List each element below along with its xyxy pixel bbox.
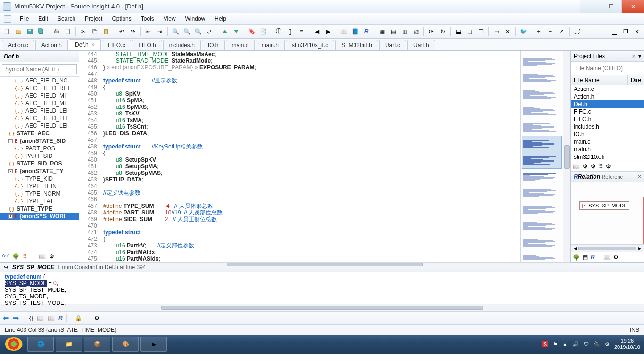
search-icon[interactable]: 🔍 [170, 26, 181, 37]
book-open-icon[interactable]: 📖 [339, 26, 349, 37]
nav-back-btn[interactable]: ⬅ [3, 313, 9, 322]
symbol-item[interactable]: {.}AEC_FIELD_MI [0, 92, 79, 99]
paste-icon[interactable] [101, 26, 111, 37]
tab-FIFO-c[interactable]: FIFO.c [102, 40, 132, 50]
nav-gear-icon[interactable]: ⚙ [94, 315, 99, 321]
new-file-icon[interactable] [2, 26, 12, 37]
close-all-icon[interactable]: ✕ [503, 26, 513, 37]
relation-node[interactable]: {•} SYS_SP_MODE [579, 201, 629, 210]
tab-IO-h[interactable]: IO.h [202, 40, 225, 50]
rel-book-icon[interactable]: 📖 [603, 254, 611, 261]
zoom-out-icon[interactable]: － [545, 26, 555, 37]
code-editor[interactable]: 444:445:446:447:448:449:450:451:452:453:… [79, 51, 570, 262]
minimize-button[interactable]: — [580, 0, 601, 13]
project-files-dropdown-icon[interactable]: ▾ [638, 53, 641, 59]
symbol-item[interactable]: {.}PART_SID [0, 152, 79, 160]
tray-net-icon[interactable]: ⚑ [553, 341, 558, 347]
tab-close-icon[interactable]: × [91, 41, 95, 48]
bookmark-list-icon[interactable]: 📑 [258, 26, 268, 37]
pf-gear2-icon[interactable]: ⚙ [591, 163, 596, 170]
rel-r-icon[interactable]: R [591, 254, 595, 261]
search-files-icon[interactable]: 🔍 [193, 26, 203, 37]
symbol-item[interactable]: {.}AEC_FIELD_LEI [0, 115, 79, 122]
print-icon[interactable] [51, 26, 62, 37]
editor-horizontal-scrollbar[interactable] [79, 262, 570, 266]
tray-up-icon[interactable]: ▲ [562, 341, 568, 347]
panel-4-icon[interactable]: ▧ [411, 26, 421, 37]
symbol-item[interactable]: {.}PART_POS [0, 145, 79, 152]
nav-book1-icon[interactable]: 📖 [37, 315, 44, 321]
project-file-row[interactable]: IO.h [571, 131, 644, 138]
mdi-min-icon[interactable]: ▁ [609, 26, 619, 37]
tray-misc-icon[interactable]: ⚙ [605, 341, 610, 347]
pf-book-icon[interactable]: 📖 [573, 163, 580, 170]
symbol-item[interactable]: -E{anonSTATE_SID [0, 137, 79, 145]
minimap[interactable] [520, 51, 563, 262]
col-dir[interactable]: Dire [628, 75, 644, 85]
bookmark-icon[interactable]: 🔖 [247, 26, 257, 37]
book-icon[interactable]: 📖 [39, 253, 46, 261]
sync-icon[interactable]: ⟳ [426, 26, 437, 37]
tile-v-icon[interactable]: ◫ [464, 26, 475, 37]
menu-edit[interactable]: Edit [33, 16, 53, 22]
project-file-row[interactable]: FIFO.h [571, 115, 644, 123]
zoom-in-icon[interactable]: ＋ [534, 26, 544, 37]
save-all-icon[interactable] [36, 26, 46, 37]
rel-gear-icon[interactable]: ⚙ [613, 254, 619, 261]
zoom-reset-icon[interactable]: ⤢ [556, 26, 567, 37]
open-file-icon[interactable] [13, 26, 24, 37]
system-menu-icon[interactable] [4, 15, 11, 23]
mdi-close-icon[interactable]: ✕ [632, 26, 642, 37]
tab-main-c[interactable]: main.c [226, 40, 255, 50]
menu-help[interactable]: Help [210, 16, 231, 22]
mdi-restore-icon[interactable]: ❐ [620, 26, 631, 37]
window-list-icon[interactable]: ▭ [491, 26, 502, 37]
task-browser[interactable]: 🌐 [27, 337, 54, 352]
relation-icon[interactable]: R [361, 26, 372, 37]
nav-fwd-btn[interactable]: ➡ [13, 313, 19, 322]
tab-Uart-h[interactable]: Uart.h [407, 40, 435, 50]
indent-right-icon[interactable]: ⇥ [155, 26, 165, 37]
sort-az-icon[interactable]: A·Z [2, 253, 9, 261]
tray-power-icon[interactable]: 🔌 [594, 341, 600, 347]
symbol-item[interactable]: {.}AEC_FIELD_LEI [0, 107, 79, 115]
tab-Uart-c[interactable]: Uart.c [379, 40, 406, 50]
filter-icon[interactable]: ⠿ [23, 253, 30, 261]
symbol-tree[interactable]: {.}AEC_FIELD_NC{.}AEC_FIELD_RIH{.}AEC_FI… [0, 76, 79, 251]
symbol-item[interactable]: {.}AEC_FIELD_NC [0, 77, 79, 84]
nav-back-icon[interactable]: ◀ [312, 26, 322, 37]
close-button[interactable]: ✕ [621, 0, 644, 13]
panel-1-icon[interactable]: ▦ [377, 26, 387, 37]
file-filter-input[interactable] [573, 64, 642, 73]
book-icon[interactable]: 📘 [350, 26, 360, 37]
pf-settings-icon[interactable]: ⚙ [606, 163, 611, 170]
context-horizontal-scrollbar[interactable] [0, 304, 644, 311]
tab-STM32Init-h[interactable]: STM32Init.h [335, 40, 378, 50]
refresh-icon[interactable]: ↻ [438, 26, 448, 37]
maximize-button[interactable]: ☐ [601, 0, 621, 13]
col-filename[interactable]: File Name [571, 75, 628, 85]
project-file-row[interactable]: main.h [571, 146, 644, 153]
nav-book2-icon[interactable]: 📖 [48, 315, 55, 321]
tab-Action-c[interactable]: Action.c [2, 40, 34, 50]
copy-icon[interactable] [90, 26, 100, 37]
task-app[interactable]: ▶ [140, 337, 167, 352]
indent-left-icon[interactable]: ⇤ [143, 26, 154, 37]
project-file-row[interactable]: Action.c [571, 85, 644, 93]
tray-vol-icon[interactable]: 🔊 [572, 341, 579, 347]
symbol-item[interactable]: {.}TYPE_THIN [0, 182, 79, 190]
symbol-item[interactable]: {}STATE_TYPE [0, 205, 79, 213]
menu-tools[interactable]: Tools [136, 16, 159, 22]
symbol-item[interactable]: {.}TYPE_KID [0, 175, 79, 182]
tab-Def-h[interactable]: Def.h× [69, 39, 101, 50]
tray-shield-icon[interactable]: 🛡 [584, 341, 589, 347]
tab-stm32f10x_it-c[interactable]: stm32f10x_it.c [286, 40, 334, 50]
panel-2-icon[interactable]: ▤ [388, 26, 398, 37]
fullscreen-icon[interactable]: ⛶ [572, 26, 582, 37]
tab-FIFO-h[interactable]: FIFO.h [132, 40, 162, 50]
project-file-list[interactable]: File Name Dire Action.cAction.hDef.hFIFO… [571, 75, 644, 161]
rel-list-icon[interactable]: ▤ [583, 254, 588, 261]
symbol-icon[interactable]: {} [285, 26, 295, 37]
cut-icon[interactable]: ✂ [78, 26, 89, 37]
context-body[interactable]: typedef enum { SYS_SP_MODE = 0, SYS_SP_T… [0, 272, 644, 304]
